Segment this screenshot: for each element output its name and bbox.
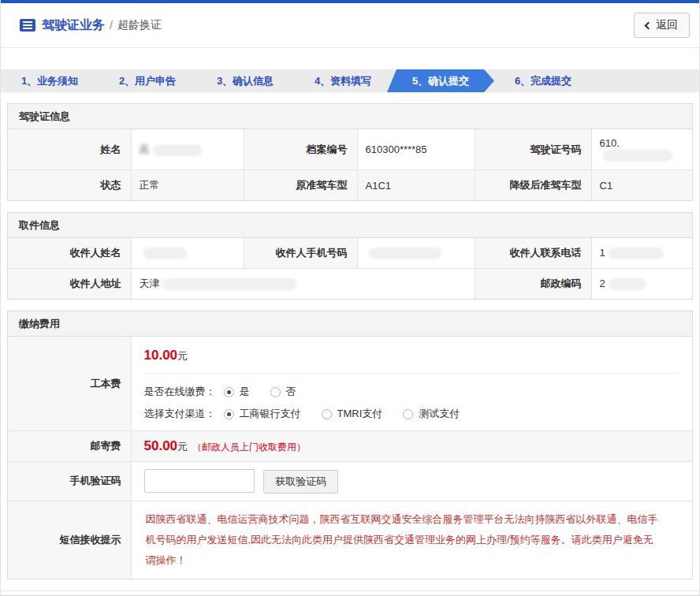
postal-code-label: 邮政编码 (475, 269, 591, 300)
license-section-title: 驾驶证信息 (8, 104, 692, 129)
recipient-mobile-label: 收件人手机号码 (244, 238, 357, 269)
original-class-label: 原准驾车型 (244, 170, 357, 201)
tab-step-3[interactable]: 3、确认信息 (196, 69, 294, 92)
online-pay-question: 是否在线缴费： (144, 385, 216, 399)
table-row: 短信接收提示 因陕西省联通、电信运营商技术问题，陕西省互联网交通安全综合服务管理… (8, 501, 692, 579)
name-label: 姓名 (8, 129, 131, 170)
downgraded-class-value: C1 (591, 170, 692, 201)
table-row: 工本费 10.00元 是否在线缴费： 是 (8, 337, 692, 431)
table-row: 手机验证码 获取验证码 (8, 462, 692, 501)
radio-channel-icbc[interactable]: 工商银行支付 (224, 407, 301, 421)
pickup-info-section: 取件信息 收件人姓名 收件人手机号码 收件人联系电话 1 收件人地址 天津 邮政… (7, 212, 693, 300)
pickup-info-table: 收件人姓名 收件人手机号码 收件人联系电话 1 收件人地址 天津 邮政编码 2 (8, 238, 692, 299)
table-row: 状态 正常 原准驾车型 A1C1 降级后准驾车型 C1 (8, 170, 692, 201)
license-number-value: 610. (591, 129, 692, 170)
file-number-value: 610300****85 (357, 129, 475, 170)
radio-unselected-icon[interactable] (403, 409, 413, 419)
step-tabs: 1、业务须知 2、用户申告 3、确认信息 4、资料填写 5、确认提交 6、完成提… (1, 69, 699, 92)
name-value: 高 (131, 129, 244, 170)
recipient-address-value: 天津 (131, 269, 475, 300)
chevron-left-icon (645, 21, 653, 29)
recipient-mobile-value (357, 238, 475, 269)
breadcrumb-separator: / (110, 19, 113, 32)
fees-table: 工本费 10.00元 是否在线缴费： 是 (8, 337, 692, 579)
radio-online-no[interactable]: 否 (270, 385, 296, 399)
postage-fee-value: 50.00元（邮政人员上门收取费用） (131, 431, 692, 462)
redaction (153, 144, 202, 156)
license-business-icon (20, 19, 35, 32)
recipient-address-label: 收件人地址 (8, 269, 131, 300)
sms-notice-text: 因陕西省联通、电信运营商技术问题，陕西省互联网交通安全综合服务管理平台无法向持陕… (144, 508, 680, 572)
page-title: 驾驶证业务 (42, 17, 105, 34)
redaction (609, 248, 664, 259)
radio-channel-tmri[interactable]: TMRI支付 (322, 407, 383, 421)
tab-step-2[interactable]: 2、用户申告 (99, 69, 196, 92)
sms-code-label: 手机验证码 (8, 462, 131, 501)
back-button-label: 返回 (656, 18, 678, 32)
work-fee-amount: 10.00元 (144, 348, 680, 363)
postage-note: （邮政人员上门收取费用） (192, 441, 306, 453)
work-fee-label: 工本费 (8, 337, 131, 431)
table-row: 邮寄费 50.00元（邮政人员上门收取费用） (8, 431, 692, 462)
online-pay-question-row: 是否在线缴费： 是 否 (144, 385, 680, 399)
header: 驾驶证业务 / 超龄换证 返回 (1, 3, 699, 48)
footer-actions: 上一步 完成 (1, 591, 699, 596)
tab-step-4[interactable]: 4、资料填写 (294, 69, 392, 92)
original-class-value: A1C1 (357, 170, 475, 201)
tab-step-5-active[interactable]: 5、确认提交 (387, 69, 494, 92)
license-info-section: 驾驶证信息 姓名 高 档案编号 610300****85 驾驶证号码 610. … (7, 103, 693, 201)
license-number-label: 驾驶证号码 (475, 129, 591, 170)
postage-fee-label: 邮寄费 (8, 431, 131, 462)
recipient-name-label: 收件人姓名 (8, 238, 131, 269)
breadcrumb-current: 超龄换证 (117, 18, 162, 32)
recipient-name-value (131, 238, 244, 269)
status-label: 状态 (8, 170, 131, 201)
tab-step-1[interactable]: 1、业务须知 (1, 69, 99, 92)
radio-selected-icon[interactable] (224, 409, 234, 419)
radio-unselected-icon[interactable] (270, 387, 281, 397)
redaction (143, 248, 187, 259)
redaction (609, 278, 646, 290)
radio-unselected-icon[interactable] (322, 409, 332, 419)
divider (144, 373, 680, 374)
get-code-button[interactable]: 获取验证码 (263, 470, 338, 494)
radio-online-yes[interactable]: 是 (224, 385, 250, 399)
recipient-phone-label: 收件人联系电话 (475, 238, 591, 269)
sms-code-input[interactable] (144, 469, 255, 493)
redaction (163, 278, 297, 290)
fees-section-title: 缴纳费用 (8, 311, 692, 337)
pay-channel-question: 选择支付渠道： (144, 407, 216, 421)
sms-notice-label: 短信接收提示 (8, 501, 131, 579)
back-button[interactable]: 返回 (634, 13, 690, 38)
radio-selected-icon[interactable] (224, 387, 234, 397)
redaction (603, 150, 672, 162)
license-info-table: 姓名 高 档案编号 610300****85 驾驶证号码 610. 状态 正常 … (8, 129, 692, 200)
status-value: 正常 (131, 170, 244, 201)
pay-channel-question-row: 选择支付渠道： 工商银行支付 TMRI支付 测试支付 (144, 407, 680, 421)
table-row: 收件人姓名 收件人手机号码 收件人联系电话 1 (8, 238, 692, 269)
recipient-phone-value: 1 (591, 238, 692, 269)
file-number-label: 档案编号 (244, 129, 357, 170)
radio-channel-test[interactable]: 测试支付 (403, 407, 460, 421)
tab-step-6[interactable]: 6、完成提交 (494, 69, 592, 92)
pickup-section-title: 取件信息 (8, 213, 692, 238)
table-row: 收件人地址 天津 邮政编码 2 (8, 269, 692, 300)
postal-code-value: 2 (591, 269, 692, 300)
redaction (369, 248, 441, 259)
fees-section: 缴纳费用 工本费 10.00元 是否在线缴费： 是 (7, 311, 693, 579)
table-row: 姓名 高 档案编号 610300****85 驾驶证号码 610. (8, 129, 692, 170)
downgraded-class-label: 降级后准驾车型 (475, 170, 591, 201)
